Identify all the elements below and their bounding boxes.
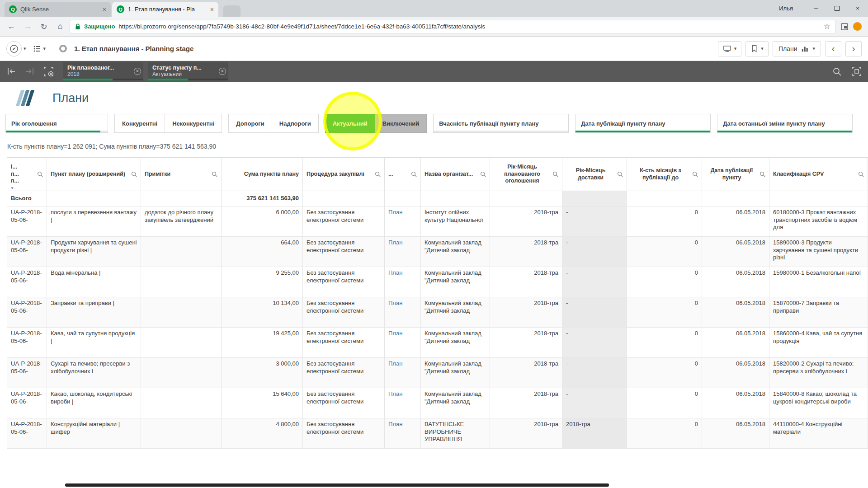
cell-organization[interactable]: Комунальний заклад "Дитячий заклад [421,388,490,418]
cell-plan-link[interactable]: План [385,328,421,358]
cell-sum[interactable]: 6 000,00 [222,206,303,237]
cell-delivery-month[interactable]: - [562,297,627,328]
cell-cpv[interactable]: 15870000-7 Заправки та приправи [769,297,868,328]
cell-procedure[interactable]: Без застосування електронної системи [303,388,385,418]
cell-pub-date[interactable]: 06.05.2018 [702,418,769,449]
home-icon[interactable]: ⌂ [53,20,67,33]
browser-profile-name[interactable]: Илья [779,5,793,12]
cell-organization[interactable]: Комунальний заклад "Дитячий заклад [421,328,490,358]
column-header[interactable]: Рік-Місяць планованого оголошення [490,158,562,191]
column-header[interactable]: Примітки [141,158,222,191]
filter-competitive-button[interactable]: Конкурентні [114,114,165,133]
cell-pub-date[interactable]: 06.05.2018 [702,206,769,237]
cell-months-to-pub[interactable]: 0 [627,388,702,418]
cell-plan-id[interactable]: UA-P-2018-05-06- [7,297,47,328]
cell-months-to-pub[interactable]: 0 [627,418,702,449]
cell-organization[interactable]: Комунальний заклад "Дитячий заклад [421,297,490,328]
cell-plan-id[interactable]: UA-P-2018-05-06- [7,206,47,237]
filter-actual-button[interactable]: Актуальний [325,114,375,133]
url-box[interactable]: Защищено https://bi.prozorro.org/sense/a… [70,20,836,33]
filter-pub-date[interactable]: Дата публікації пункту плану [575,114,711,133]
back-icon[interactable]: ← [5,20,18,33]
browser-tab-qlik[interactable]: Q Qlik Sense × [5,2,111,17]
browser-update-icon[interactable] [853,22,862,31]
cell-plan-id[interactable]: UA-P-2018-05-06- [7,328,47,358]
filter-above-threshold-button[interactable]: Надпороги [272,114,319,133]
cell-delivery-month[interactable]: - [562,237,627,267]
cell-announce-month[interactable]: 2018-тра [490,267,562,297]
cell-plan-link[interactable]: План [385,267,421,297]
column-header[interactable]: Процедура закупівлі [303,158,385,191]
cell-sum[interactable]: 3 000,00 [222,358,303,388]
window-maximize-button[interactable] [826,0,847,17]
window-close-button[interactable]: × [847,0,868,17]
column-header[interactable]: І... п... п... ▼ [7,158,47,191]
cell-cpv[interactable]: 15890000-3 Продукти харчування та сушені… [769,237,868,267]
selection-chip-year[interactable]: Рік планованог... 2018 × [63,62,143,80]
cell-plan-id[interactable]: UA-P-2018-05-06- [7,358,47,388]
new-tab-button[interactable] [223,5,241,17]
bookmarks-button[interactable]: ▾ [745,41,769,56]
cell-procedure[interactable]: Без застосування електронної системи [303,206,385,237]
cell-cpv[interactable]: 15820000-2 Сухарі та печиво; пресерви з … [769,358,868,388]
filter-year-announce[interactable]: Рік оголошення [5,114,108,133]
cell-plan-id[interactable]: UA-P-2018-05-06- [7,418,47,449]
cell-cpv[interactable]: 60180000-3 Прокат вантажних транспортних… [769,206,868,237]
cell-pub-date[interactable]: 06.05.2018 [702,358,769,388]
cell-months-to-pub[interactable]: 0 [627,297,702,328]
forward-icon[interactable]: → [21,20,34,33]
cell-notes[interactable] [141,267,222,297]
selections-tool-icon[interactable] [851,66,863,77]
filter-timeliness[interactable]: Вчасність публікації пункту плану [433,114,569,133]
selections-forward-icon[interactable] [24,66,36,77]
cell-months-to-pub[interactable]: 0 [627,267,702,297]
cell-delivery-month[interactable]: - [562,388,627,418]
previous-sheet-button[interactable]: ‹ [825,41,841,56]
cell-notes[interactable] [141,388,222,418]
browser-tab-planning[interactable]: Q 1. Етап планування - Pla × [112,2,218,17]
remove-selection-icon[interactable]: × [134,68,141,75]
cell-procedure[interactable]: Без застосування електронної системи [303,328,385,358]
tab-close-icon[interactable]: × [210,6,214,13]
cell-plan-link[interactable]: План [385,297,421,328]
column-search-icon[interactable] [760,171,765,177]
cell-plan-item[interactable]: Вода мінеральна | [47,267,141,297]
cell-pub-date[interactable]: 06.05.2018 [702,297,769,328]
cell-procedure[interactable]: Без застосування електронної системи [303,358,385,388]
cell-announce-month[interactable]: 2018-тра [490,388,562,418]
cell-announce-month[interactable]: 2018-тра [490,328,562,358]
column-search-icon[interactable] [411,171,417,177]
cell-plan-link[interactable]: План [385,206,421,237]
selections-back-icon[interactable] [5,66,17,77]
cell-notes[interactable] [141,358,222,388]
app-navigation-button[interactable]: ▾ [6,41,26,56]
storytelling-button[interactable]: ▾ [718,41,742,56]
column-header[interactable]: Класифікація CPV [769,158,868,191]
bookmark-star-icon[interactable]: ☆ [824,22,830,31]
window-minimize-button[interactable]: ─ [806,0,826,17]
cell-plan-link[interactable]: План [385,388,421,418]
cell-cpv[interactable]: 44110000-4 Конструкційні матеріали [769,418,868,449]
filter-last-change[interactable]: Дата останньої зміни пункту плану [717,114,853,133]
cell-procedure[interactable]: Без застосування електронної системи [303,297,385,328]
cell-months-to-pub[interactable]: 0 [627,237,702,267]
cell-plan-item[interactable]: Конструкційні матеріали | шифер [47,418,141,449]
column-header[interactable]: К-сть місяців з публікації до [627,158,702,191]
column-search-icon[interactable] [858,171,864,177]
cell-procedure[interactable]: Без застосування електронної системи [303,267,385,297]
sheets-menu-button[interactable]: ▾ [30,41,49,56]
extension-icon[interactable] [839,21,850,33]
cell-months-to-pub[interactable]: 0 [627,358,702,388]
cell-notes[interactable] [141,418,222,449]
cell-announce-month[interactable]: 2018-тра [490,418,562,449]
filter-noncompetitive-button[interactable]: Неконкурентні [165,114,222,133]
cell-delivery-month[interactable]: - [562,267,627,297]
cell-cpv[interactable]: 15860000-4 Кава, чай та супутня продукці… [769,328,868,358]
selection-chip-status[interactable]: Статус пункту п... Актуальний × [148,62,228,80]
column-header[interactable]: Назва організат... [421,158,490,191]
cell-delivery-month[interactable]: - [562,328,627,358]
cell-months-to-pub[interactable]: 0 [627,328,702,358]
horizontal-scrollbar[interactable] [65,483,609,487]
cell-cpv[interactable]: 15840000-8 Какао; шоколад та цукрові кон… [769,388,868,418]
cell-pub-date[interactable]: 06.05.2018 [702,328,769,358]
